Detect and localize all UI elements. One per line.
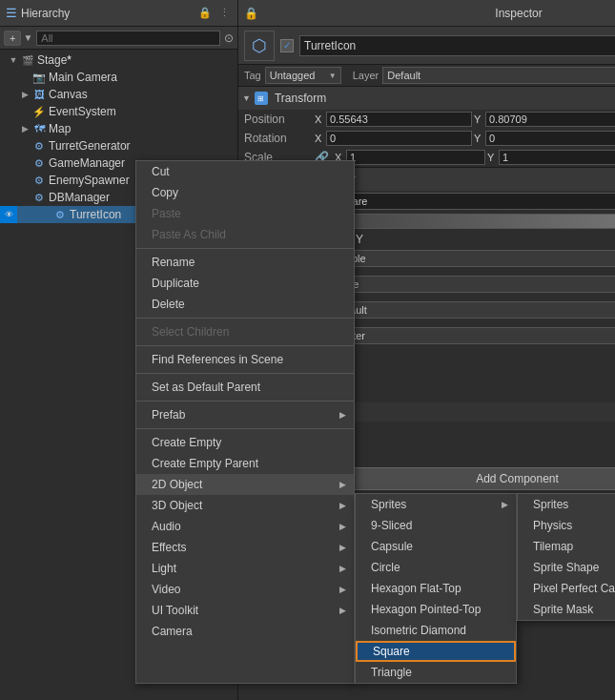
tree-label-gamemanager: GameManager [49, 156, 125, 170]
ctx-copy[interactable]: Copy [136, 182, 354, 203]
tree-item-stage[interactable]: ▼ 🎬 Stage [0, 51, 237, 69]
tree-item-canvas[interactable]: ▶ 🖼 Canvas [0, 86, 237, 103]
eye-indicator: 👁 [0, 206, 17, 223]
ctx-light[interactable]: Light [136, 558, 354, 579]
ctx-set-default-parent[interactable]: Set as Default Parent [136, 377, 354, 398]
tree-label-turretgenerator: TurretGenerator [49, 139, 131, 153]
ctx-camera[interactable]: Camera [136, 621, 354, 642]
ctx-duplicate[interactable]: Duplicate [136, 273, 354, 294]
ctx-create-empty[interactable]: Create Empty [136, 432, 354, 453]
ctx-duplicate-label: Duplicate [152, 277, 199, 290]
ctx-sep3 [136, 345, 354, 346]
ctx-capsule-label: Capsule [371, 540, 413, 553]
ctx-rename[interactable]: Rename [136, 252, 354, 273]
pos-y-letter: Y [474, 113, 483, 125]
tree-item-main-camera[interactable]: ▶ 📷 Main Camera [0, 69, 237, 86]
tree-label-dbmanager: DBManager [49, 191, 110, 204]
ctx-cut[interactable]: Cut [136, 161, 354, 182]
ctx-sep5 [136, 401, 354, 401]
ctx-find-references-label: Find References in Scene [152, 353, 283, 366]
ctx-9sliced[interactable]: 9-Sliced [356, 515, 516, 536]
ctx-hexagon-flat[interactable]: Hexagon Flat-Top [356, 578, 516, 599]
ctx-prefab[interactable]: Prefab [136, 404, 354, 425]
gamemanager-icon: ⚙ [32, 156, 46, 170]
tree-item-turretgenerator[interactable]: ▶ ⚙ TurretGenerator [0, 137, 237, 154]
tree-label-turreticon: TurretIcon [70, 208, 121, 221]
ctx-create-empty-parent[interactable]: Create Empty Parent [136, 453, 354, 474]
ctx-3d-object[interactable]: 3D Object [136, 495, 354, 516]
ctx-create-empty-label: Create Empty [152, 436, 221, 449]
ctx-prefab-label: Prefab [152, 408, 185, 422]
ctx-triangle-label: Triangle [371, 666, 412, 679]
ctx-delete[interactable]: Delete [136, 294, 354, 315]
ctx-audio-label: Audio [152, 520, 181, 533]
inspector-lock-icon[interactable]: 🔒 [244, 7, 258, 20]
ctx-triangle[interactable]: Triangle [356, 662, 516, 683]
pos-x-input[interactable] [326, 112, 472, 127]
object-name-field[interactable] [299, 35, 615, 56]
ctx-square[interactable]: Square [356, 641, 516, 662]
tree-label-eventsystem: EventSystem [49, 105, 116, 118]
ctx-rename-label: Rename [152, 256, 195, 269]
tag-dropdown[interactable]: Untagged [265, 67, 341, 84]
canvas-icon: 🖼 [32, 88, 46, 101]
rot-y-input[interactable] [485, 131, 615, 146]
dropdown-arrow-icon[interactable]: ▼ [23, 32, 32, 43]
tree-arrow-stage: ▼ [8, 54, 19, 66]
stage-icon: 🎬 [21, 53, 34, 67]
ctx-capsule[interactable]: Capsule [356, 536, 516, 557]
enemyspawner-icon: ⚙ [32, 174, 46, 187]
search-icon[interactable]: ⊙ [224, 31, 234, 45]
tree-arrow-canvas: ▶ [19, 89, 31, 100]
dbmanager-icon: ⚙ [32, 191, 46, 204]
ctx-pixel-perfect[interactable]: Pixel Perfect Camera [518, 578, 615, 599]
object-active-checkbox[interactable] [280, 39, 294, 52]
add-button[interactable]: + [4, 31, 21, 46]
ctx-sep2 [136, 318, 354, 319]
rot-x-input[interactable] [326, 131, 472, 146]
inspector-title: Inspector [262, 7, 615, 20]
pos-y-input[interactable] [485, 112, 615, 127]
ctx-physics[interactable]: Physics [518, 515, 615, 536]
ctx-video[interactable]: Video [136, 579, 354, 600]
layer-dropdown[interactable]: Default [382, 67, 615, 84]
ctx-find-references[interactable]: Find References in Scene [136, 349, 354, 370]
rot-y-group: Y [474, 131, 615, 146]
tree-label-enemyspawner: EnemySpawner [49, 174, 130, 187]
position-xyz: X Y Z [315, 112, 615, 127]
tree-item-eventsystem[interactable]: ▶ ⚡ EventSystem [0, 103, 237, 120]
ctx-2d-object-label: 2D Object [152, 478, 202, 491]
ctx-circle-label: Circle [371, 561, 400, 574]
tree-label-map: Map [49, 122, 71, 135]
ctx-isometric[interactable]: Isometric Diamond [356, 620, 516, 641]
ctx-select-children: Select Children [136, 321, 354, 342]
ctx-video-label: Video [152, 583, 180, 596]
ctx-2d-object[interactable]: 2D Object [136, 474, 354, 495]
transform-section: ▼ ⊞ Transform ? ⋮ Position X Y [238, 86, 615, 167]
ctx-sprite-mask[interactable]: Sprite Mask [518, 599, 615, 620]
search-input[interactable] [36, 31, 220, 46]
inspector-header: 🔒 Inspector ⋮ [238, 0, 615, 27]
ctx-sprites-sub[interactable]: Sprites [518, 494, 615, 515]
ctx-sprites-sub-label: Sprites [533, 498, 568, 511]
ctx-sprite-shape[interactable]: Sprite Shape [518, 557, 615, 578]
ctx-sprites[interactable]: Sprites [356, 494, 516, 515]
transform-header[interactable]: ▼ ⊞ Transform ? ⋮ [238, 87, 615, 110]
context-menu: Cut Copy Paste Paste As Child Rename Dup… [135, 160, 355, 684]
ctx-tilemap[interactable]: Tilemap [518, 536, 615, 557]
tree-item-map[interactable]: ▶ 🗺 Map [0, 120, 237, 137]
ctx-hexagon-pointed-label: Hexagon Pointed-Top [371, 603, 481, 616]
ctx-isometric-label: Isometric Diamond [371, 624, 466, 637]
hierarchy-menu-icon[interactable]: ⋮ [216, 6, 232, 21]
object-header: ⬡ Static ▼ [238, 27, 615, 65]
ctx-circle[interactable]: Circle [356, 557, 516, 578]
ctx-select-children-label: Select Children [152, 325, 229, 339]
pos-x-group: X [315, 112, 472, 127]
layer-value: Default [387, 70, 420, 81]
ctx-ui-toolkit[interactable]: UI Toolkit [136, 600, 354, 621]
hierarchy-lock-icon[interactable]: 🔒 [197, 6, 213, 21]
layer-label: Layer [353, 70, 379, 81]
ctx-effects[interactable]: Effects [136, 537, 354, 558]
ctx-hexagon-pointed[interactable]: Hexagon Pointed-Top [356, 599, 516, 620]
ctx-audio[interactable]: Audio [136, 516, 354, 537]
